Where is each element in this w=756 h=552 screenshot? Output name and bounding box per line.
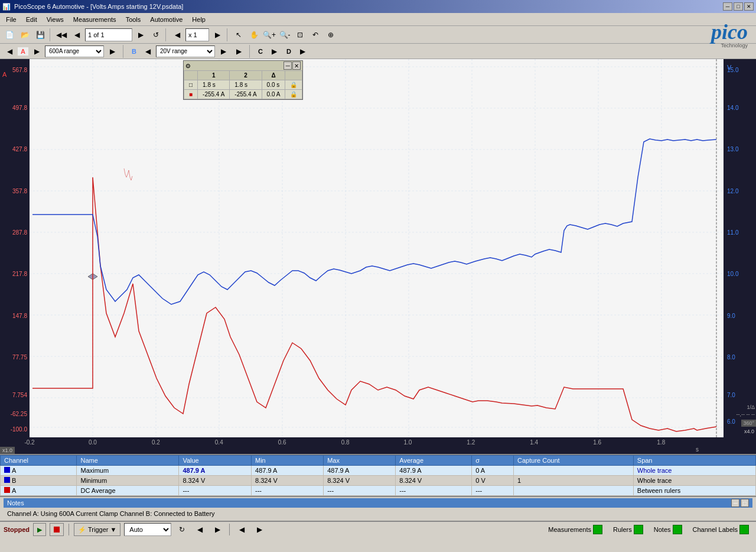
x1-zoom-badge: x1.0	[0, 447, 15, 454]
zoom-next-button[interactable]: ▶	[210, 28, 224, 42]
channel-b-prev[interactable]: ◀	[141, 44, 155, 59]
menubar: File Edit Views Measurements Tools Autom…	[0, 13, 756, 26]
trigger-dropdown[interactable]: Auto None	[124, 523, 171, 536]
ytick-n62: -62.25	[11, 411, 27, 417]
pan-button[interactable]: ✋	[247, 28, 261, 42]
open-button[interactable]: 📂	[18, 28, 32, 42]
row2-avg: 8.324 V	[396, 476, 472, 486]
save-button[interactable]: 💾	[33, 28, 47, 42]
ytick-427: 427.8	[12, 146, 27, 152]
notes-content: Channel A: Using 600A Current Clamp Chan…	[4, 508, 752, 519]
measure-col-delta: Δ	[262, 71, 285, 80]
channel-a-dropdown[interactable]: 600A range	[45, 46, 104, 57]
notes-minimize[interactable]: ─	[731, 499, 739, 507]
row2-name: Minimum	[77, 476, 179, 486]
trigger-arrow: ▼	[110, 526, 116, 533]
row2-max: 8.324 V	[324, 476, 396, 486]
rulers-indicator[interactable]: Rulers	[610, 525, 647, 534]
ytick-7: 7.754	[12, 392, 27, 398]
col-average: Average	[396, 456, 472, 466]
menu-automotive[interactable]: Automotive	[145, 15, 187, 24]
channel-c-expand[interactable]: ▶	[267, 44, 281, 59]
refresh-button[interactable]: ↺	[149, 28, 163, 42]
menu-help[interactable]: Help	[187, 15, 210, 24]
undo-zoom-button[interactable]: ↶	[308, 28, 322, 42]
nav2-right-btn[interactable]: ▶	[252, 522, 266, 537]
minimize-button[interactable]: ─	[723, 2, 732, 11]
close-button[interactable]: ✕	[744, 2, 754, 11]
measure-row2-c1: -255.4 A	[198, 90, 230, 99]
measure-minimize[interactable]: ─	[284, 61, 292, 70]
next-button[interactable]: ▶	[133, 28, 148, 42]
menu-measurements[interactable]: Measurements	[69, 15, 121, 24]
xaxis: x1.0 -0.2 0.0 0.2 0.4 0.6 0.8 1.0 1.2 1.…	[0, 437, 756, 454]
prev-button[interactable]: ◀	[70, 28, 84, 42]
nav-left-btn[interactable]: ◀	[193, 522, 207, 537]
stop-button[interactable]	[50, 523, 64, 536]
table-row: B Minimum 8.324 V 8.324 V 8.324 V 8.324 …	[1, 476, 756, 486]
measurement-box[interactable]: ⊙ ─ ✕ 1 2 Δ □ 1.8 s 1.8 s 0.0	[183, 60, 303, 100]
measurements-indicator[interactable]: Measurements	[545, 525, 606, 534]
menu-edit[interactable]: Edit	[21, 15, 42, 24]
row1-min: 487.9 A	[252, 466, 324, 476]
chart-container: A 567.8 497.8 427.8 357.8 287.8 217.8 14…	[0, 59, 756, 437]
row3-max: ---	[324, 486, 396, 496]
ytick-n100: -100.0	[11, 426, 27, 433]
zoom-input[interactable]: x 1	[185, 28, 209, 41]
notes-maximize[interactable]: □	[741, 499, 749, 507]
zoom-rect-button[interactable]: ⊡	[293, 28, 307, 42]
menu-tools[interactable]: Tools	[121, 15, 146, 24]
xtick-04: 0.4	[215, 439, 223, 446]
measure-row1-lock: 🔒	[285, 80, 302, 90]
channel-b-next[interactable]: ▶	[216, 44, 230, 59]
col-name: Name	[77, 456, 179, 466]
repeat-btn[interactable]: ↻	[175, 522, 189, 537]
channel-a-prev[interactable]: ◀	[2, 44, 17, 59]
prev-capture-button[interactable]: ◀◀	[54, 28, 69, 42]
chart-area[interactable]: ⊙ ─ ✕ 1 2 Δ □ 1.8 s 1.8 s 0.0	[30, 59, 724, 437]
rulers-green	[634, 525, 643, 534]
trigger-btn[interactable]: ⚡ Trigger ▼	[74, 523, 120, 536]
channel-d-expand[interactable]: ▶	[295, 44, 309, 59]
zoom-out-button[interactable]: 🔍-	[278, 28, 292, 42]
measure-title: ⊙	[185, 63, 190, 69]
zoom-in-button[interactable]: 🔍+	[262, 28, 276, 42]
crosshair-button[interactable]: ⊕	[324, 28, 338, 42]
channel-labels-green	[739, 525, 749, 534]
row3-value: ---	[179, 486, 252, 496]
new-button[interactable]: 📄	[2, 28, 17, 42]
measure-row2-lock: 🔒	[285, 90, 302, 99]
measure-close-btn[interactable]: ✕	[292, 61, 301, 70]
nav2-left-btn[interactable]: ◀	[234, 522, 249, 537]
channel-labels-label: Channel Labels	[693, 526, 738, 533]
notes-indicator[interactable]: Notes	[650, 525, 686, 534]
channel-a-label: A	[18, 47, 28, 56]
yaxis-right: V 15.0 14.0 13.0 12.0 11.0 10.0 9.0 8.0 …	[724, 59, 756, 437]
maximize-button[interactable]: □	[734, 2, 743, 11]
menu-views[interactable]: Views	[42, 15, 69, 24]
notes-area: Notes ─ □ Channel A: Using 600A Current …	[0, 496, 756, 521]
channel-b-dropdown[interactable]: 20V range	[156, 46, 215, 57]
measurements-label: Measurements	[548, 526, 591, 533]
separator-3	[227, 28, 229, 41]
capture-page-input[interactable]: 1 of 1	[85, 28, 132, 41]
channel-labels-indicator[interactable]: Channel Labels	[689, 525, 752, 534]
channel-a-next[interactable]: ▶	[30, 44, 44, 59]
app-icon: 📊	[2, 3, 11, 11]
channel-a-expand[interactable]: ▶	[105, 44, 119, 59]
play-button[interactable]: ▶	[33, 523, 46, 536]
col-min: Min	[252, 456, 324, 466]
ytick-r-13: 13.0	[727, 146, 738, 152]
channel-d-block: D ▶	[284, 44, 309, 59]
separator-1	[50, 28, 52, 41]
zoom-prev-button[interactable]: ◀	[170, 28, 184, 42]
row1-value: 487.9 A	[179, 466, 252, 476]
menu-file[interactable]: File	[1, 15, 21, 24]
chart-svg[interactable]	[30, 59, 724, 437]
measure-col-lock	[285, 71, 302, 80]
cursor-button[interactable]: ↖	[232, 28, 246, 42]
xtick-16: 1.6	[593, 439, 601, 446]
nav-right-btn[interactable]: ▶	[210, 522, 224, 537]
measure-row1-delta: 0.0 s	[262, 80, 285, 90]
channel-b-expand[interactable]: ▶	[232, 44, 246, 59]
